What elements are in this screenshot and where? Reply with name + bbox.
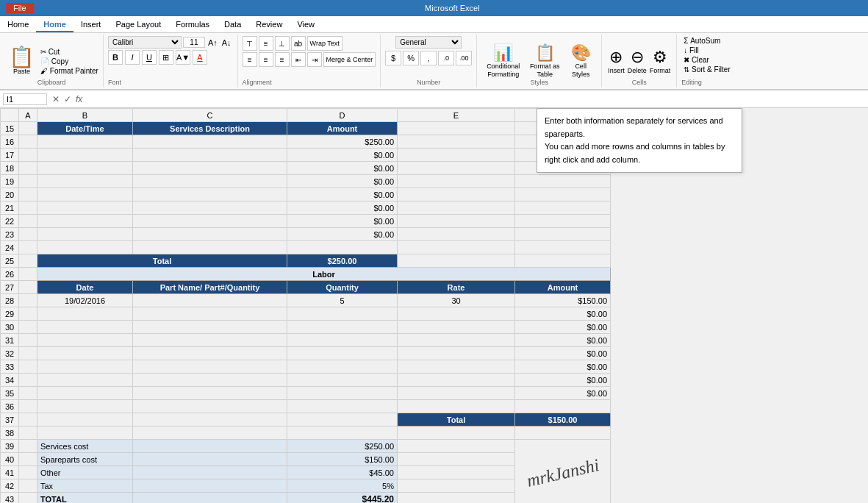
row-header[interactable]: 21 (1, 201, 19, 215)
clear-button[interactable]: ✖ Clear (681, 55, 711, 65)
format-cells-button[interactable]: ⚙ Format (650, 48, 671, 74)
cell-quantity-header[interactable]: Quantity (287, 281, 398, 294)
currency-button[interactable]: $ (385, 51, 401, 65)
row-header[interactable]: 27 (1, 281, 19, 294)
cell-labor-total-label[interactable]: Total (398, 413, 515, 427)
formula-confirm-icon[interactable]: ✓ (64, 94, 71, 104)
decrease-decimal-button[interactable]: .0 (438, 51, 454, 65)
col-header-c[interactable]: C (133, 109, 287, 122)
cell-d15[interactable]: Amount (287, 122, 398, 135)
decrease-indent-button[interactable]: ⇤ (291, 52, 306, 67)
merge-center-button[interactable]: Merge & Center (323, 52, 376, 67)
formula-input[interactable] (85, 94, 865, 104)
cell-partname-header[interactable]: Part Name/ Part#/Quantity (133, 281, 287, 294)
cell-total-label-summary[interactable]: TOTAL (37, 493, 133, 504)
align-right-button[interactable]: ≡ (275, 52, 290, 67)
cell-b16[interactable] (37, 135, 133, 149)
font-color-button[interactable]: A (193, 50, 207, 65)
cell-total-label[interactable]: Total (37, 254, 287, 268)
row-header[interactable]: 26 (1, 268, 19, 281)
delete-cells-button[interactable]: ⊖ Delete (628, 48, 647, 74)
row-header[interactable]: 25 (1, 254, 19, 268)
tab-review[interactable]: Review (248, 18, 290, 32)
tab-data[interactable]: Data (217, 18, 248, 32)
cut-button[interactable]: ✂ Cut (40, 48, 98, 56)
cell-c16[interactable] (133, 135, 287, 149)
cell-c15[interactable]: Services Description (133, 122, 287, 135)
row-header[interactable]: 32 (1, 347, 19, 360)
cell-rate-28[interactable]: 30 (398, 294, 515, 307)
file-button[interactable]: File (6, 3, 34, 13)
cell-partname-28[interactable] (133, 294, 287, 307)
align-bottom-button[interactable]: ⊥ (275, 36, 290, 51)
increase-indent-button[interactable]: ⇥ (307, 52, 322, 67)
cell-styles-button[interactable]: 🎨 Cell Styles (566, 43, 595, 79)
copy-button[interactable]: 📄 Copy (40, 57, 98, 65)
row-header[interactable]: 42 (1, 479, 19, 493)
cell-b15[interactable]: Date/Time (37, 122, 133, 135)
align-center-button[interactable]: ≡ (259, 52, 273, 67)
row-header[interactable]: 16 (1, 135, 19, 149)
cell-tax-value[interactable]: 5% (287, 479, 398, 493)
function-wizard-icon[interactable]: fx (76, 94, 82, 104)
cell-a15[interactable] (19, 122, 37, 135)
cell-labor-total-amount[interactable]: $150.00 (515, 413, 611, 427)
row-header[interactable]: 17 (1, 149, 19, 162)
orientation-button[interactable]: ab (291, 36, 306, 51)
col-header-a[interactable]: A (19, 109, 37, 122)
row-header[interactable]: 30 (1, 321, 19, 334)
row-header[interactable]: 23 (1, 228, 19, 241)
col-header-e[interactable]: E (398, 109, 515, 122)
row-header[interactable]: 18 (1, 162, 19, 175)
decrease-font-icon[interactable]: A↓ (220, 37, 233, 49)
cell-amount-28[interactable]: $150.00 (515, 294, 611, 307)
labor-section-header[interactable]: Labor (37, 268, 611, 281)
cell-services-cost-value[interactable]: $250.00 (287, 440, 398, 453)
italic-button[interactable]: I (125, 50, 140, 65)
row-header[interactable]: 22 (1, 215, 19, 228)
auto-sum-button[interactable]: Σ AutoSum (681, 36, 722, 46)
cell-e15[interactable] (398, 122, 515, 135)
tab-file[interactable]: Home (0, 18, 36, 32)
cell-amount-header[interactable]: Amount (515, 281, 611, 294)
tab-formulas[interactable]: Formulas (168, 18, 217, 32)
row-header[interactable]: 43 (1, 493, 19, 504)
cell-rate-header[interactable]: Rate (398, 281, 515, 294)
col-header-b[interactable]: B (37, 109, 133, 122)
row-header[interactable]: 29 (1, 307, 19, 321)
conditional-formatting-button[interactable]: 📊 Conditional Formatting (483, 43, 523, 79)
cell-spareparts-cost-label[interactable]: Spareparts cost (37, 453, 133, 466)
number-format-select[interactable]: General (395, 36, 462, 49)
formula-cancel-icon[interactable]: ✕ (52, 94, 60, 104)
increase-font-icon[interactable]: A↑ (207, 37, 219, 49)
align-middle-button[interactable]: ≡ (259, 36, 273, 51)
row-header[interactable]: 28 (1, 294, 19, 307)
row-header[interactable]: 40 (1, 453, 19, 466)
fill-color-button[interactable]: A▼ (176, 50, 190, 65)
cell-services-cost-label[interactable]: Services cost (37, 440, 133, 453)
wrap-text-button[interactable]: Wrap Text (307, 36, 342, 51)
bold-button[interactable]: B (108, 50, 123, 65)
row-header[interactable]: 20 (1, 188, 19, 201)
cell-date-header[interactable]: Date (37, 281, 133, 294)
tab-view[interactable]: View (290, 18, 322, 32)
border-button[interactable]: ⊞ (159, 50, 173, 65)
format-as-table-button[interactable]: 📋 Format as Table (526, 43, 563, 79)
cell-other-value[interactable]: $45.00 (287, 466, 398, 479)
row-header[interactable]: 15 (1, 122, 19, 135)
cell-total-amount[interactable]: $250.00 (287, 254, 398, 268)
percent-button[interactable]: % (403, 51, 419, 65)
align-top-button[interactable]: ⊤ (243, 36, 257, 51)
row-header[interactable]: 38 (1, 427, 19, 440)
increase-decimal-button[interactable]: .00 (456, 51, 472, 65)
tab-page-layout[interactable]: Page Layout (108, 18, 168, 32)
font-name-select[interactable]: Calibri (108, 36, 182, 49)
row-header[interactable]: 41 (1, 466, 19, 479)
col-header-d[interactable]: D (287, 109, 398, 122)
insert-cells-button[interactable]: ⊕ Insert (608, 48, 625, 74)
cell-date-28[interactable]: 19/02/2016 (37, 294, 133, 307)
row-header[interactable]: 31 (1, 334, 19, 347)
comma-button[interactable]: , (420, 51, 437, 65)
underline-button[interactable]: U (142, 50, 157, 65)
row-header[interactable]: 36 (1, 400, 19, 413)
